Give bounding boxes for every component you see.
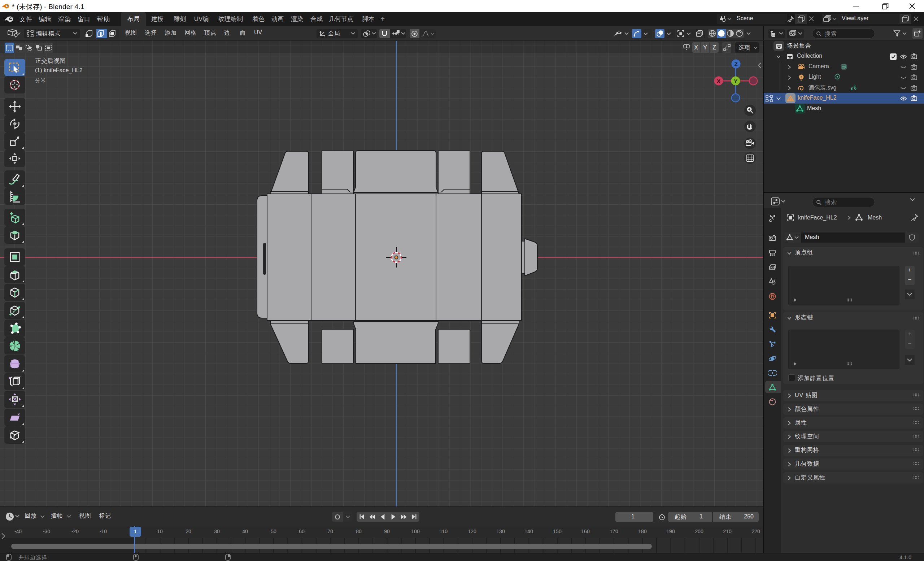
svg-text:Y: Y	[734, 78, 737, 84]
svg-text:Z: Z	[734, 61, 737, 67]
svg-text:X: X	[717, 78, 720, 84]
